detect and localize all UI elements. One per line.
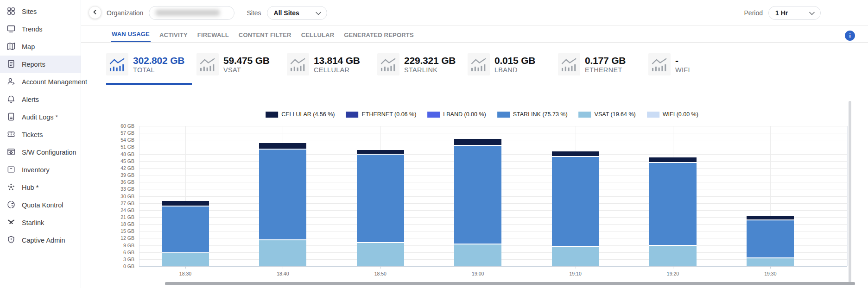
legend-item-vsat[interactable]: VSAT (19.64 %): [579, 111, 636, 118]
bar-segment-starlink-18-50[interactable]: [357, 154, 404, 242]
stat-text: 13.814 GBCELLULAR: [314, 55, 360, 74]
tab-firewall[interactable]: FIREWALL: [196, 26, 230, 42]
chevron-left-icon: [92, 8, 98, 17]
y-axis-label: 54 GB: [112, 137, 134, 143]
legend-swatch: [647, 112, 659, 118]
bar-segment-cellular-19-30[interactable]: [747, 216, 794, 219]
sidebar-item-s-w-configuration[interactable]: S/W Configuration: [0, 144, 81, 161]
x-axis-tick: [283, 266, 283, 269]
stat-card-total[interactable]: 302.802 GBTOTAL: [106, 52, 192, 76]
bar-segment-starlink-18-40[interactable]: [259, 149, 306, 239]
sidebar-item-trends[interactable]: Trends: [0, 20, 81, 38]
period-select[interactable]: 1 Hr: [768, 6, 821, 20]
bar-segment-vsat-18-50[interactable]: [357, 242, 404, 266]
hub-icon: [6, 182, 16, 193]
stat-card-wifi[interactable]: -WIFI: [648, 52, 734, 76]
stat-card-ethernet[interactable]: 0.177 GBETHERNET: [558, 52, 644, 76]
stat-text: 229.321 GBSTARLINK: [404, 55, 456, 74]
y-axis-label: 0 GB: [112, 263, 134, 269]
stat-label: CELLULAR: [314, 66, 360, 74]
x-axis-tick: [185, 266, 186, 269]
sidebar-item-label: Sites: [22, 8, 37, 15]
bar-chart-icon: [648, 53, 671, 75]
bar-segment-vsat-18-40[interactable]: [259, 239, 306, 266]
sidebar-item-alerts[interactable]: Alerts: [0, 91, 81, 108]
y-axis-label: 15 GB: [112, 228, 134, 234]
bar-segment-vsat-18-30[interactable]: [162, 252, 209, 266]
legend-label: CELLULAR (4.56 %): [281, 111, 335, 118]
y-axis-line: [139, 126, 139, 266]
stat-text: 0.015 GBLBAND: [494, 55, 535, 74]
sidebar-item-quota-kontrol[interactable]: Quota Kontrol: [0, 196, 81, 214]
x-axis-tick: [770, 266, 771, 269]
sites-icon: [6, 6, 16, 17]
stat-value: 302.802 GB: [133, 55, 184, 66]
info-icon[interactable]: i: [845, 31, 855, 41]
legend-swatch: [266, 112, 278, 118]
legend-item-ethernet[interactable]: ETHERNET (0.06 %): [346, 111, 416, 118]
bar-segment-starlink-19-10[interactable]: [552, 156, 599, 246]
stat-card-starlink[interactable]: 229.321 GBSTARLINK: [377, 52, 463, 76]
sites-select[interactable]: All Sites: [267, 6, 327, 20]
organization-select[interactable]: [149, 6, 234, 20]
tab-content-filter[interactable]: CONTENT FILTER: [238, 26, 292, 42]
y-axis-label: 21 GB: [112, 214, 134, 220]
shield-icon: [6, 235, 16, 246]
bar-segment-vsat-19-30[interactable]: [747, 257, 794, 266]
bar-segment-starlink-19-30[interactable]: [747, 219, 794, 257]
bar-segment-cellular-18-30[interactable]: [162, 201, 209, 206]
legend-swatch: [427, 112, 440, 118]
legend-swatch: [346, 112, 358, 118]
legend-item-lband[interactable]: LBAND (0.00 %): [427, 111, 486, 118]
legend-item-starlink[interactable]: STARLINK (75.73 %): [497, 111, 568, 118]
bar-segment-cellular-19-20[interactable]: [649, 157, 697, 162]
bar-segment-vsat-19-00[interactable]: [454, 244, 501, 266]
stat-text: 302.802 GBTOTAL: [133, 55, 184, 74]
sidebar-item-sites[interactable]: Sites: [0, 3, 81, 20]
bar-segment-vsat-19-20[interactable]: [649, 245, 697, 266]
vertical-scrollbar[interactable]: [849, 101, 851, 283]
sidebar-item-label: Starlink: [22, 219, 44, 226]
stat-card-lband[interactable]: 0.015 GBLBAND: [468, 52, 553, 76]
bar-segment-cellular-18-50[interactable]: [357, 150, 404, 154]
period-select-value: 1 Hr: [775, 9, 788, 17]
bar-segment-starlink-19-20[interactable]: [649, 162, 697, 245]
x-axis-tick: [380, 266, 381, 269]
sidebar-item-hub[interactable]: Hub *: [0, 179, 81, 196]
sidebar-item-inventory[interactable]: Inventory: [0, 161, 81, 179]
stat-card-cellular[interactable]: 13.814 GBCELLULAR: [287, 52, 373, 76]
sidebar-item-account-management[interactable]: Account Management: [0, 73, 81, 91]
bar-chart-icon: [106, 53, 128, 75]
sidebar-item-captive-admin[interactable]: Captive Admin: [0, 232, 81, 249]
legend-item-cellular[interactable]: CELLULAR (4.56 %): [266, 111, 335, 118]
sidebar-item-tickets[interactable]: Tickets: [0, 126, 81, 144]
bar-segment-starlink-19-00[interactable]: [454, 145, 501, 243]
tab-wan-usage[interactable]: WAN USAGE: [111, 26, 151, 42]
tab-cellular[interactable]: CELLULAR: [300, 26, 336, 42]
bar-segment-cellular-18-40[interactable]: [259, 143, 306, 149]
tab-generated-reports[interactable]: GENERATED REPORTS: [343, 26, 415, 42]
sidebar-item-audit-logs[interactable]: Audit Logs *: [0, 108, 81, 126]
tab-activity[interactable]: ACTIVITY: [158, 26, 189, 42]
sidebar-item-label: Tickets: [22, 131, 43, 138]
x-axis-tick: [673, 266, 673, 269]
x-axis-label: 19:20: [659, 271, 687, 276]
bar-segment-vsat-19-10[interactable]: [552, 246, 599, 266]
bar-segment-cellular-19-10[interactable]: [552, 151, 599, 156]
stat-card-vsat[interactable]: 59.475 GBVSAT: [196, 52, 282, 76]
bar-segment-cellular-19-00[interactable]: [454, 139, 501, 145]
stat-label: LBAND: [494, 66, 535, 74]
stat-value: 229.321 GB: [404, 55, 456, 66]
sidebar-item-starlink[interactable]: Starlink: [0, 214, 81, 232]
chart-legend: CELLULAR (4.56 %)ETHERNET (0.06 %)LBAND …: [266, 111, 698, 118]
sidebar-item-label: Audit Logs *: [22, 113, 58, 121]
legend-item-wifi[interactable]: WIFI (0.00 %): [647, 111, 698, 118]
sidebar-item-map[interactable]: Map: [0, 38, 81, 56]
stat-value: -: [675, 55, 690, 66]
y-axis-label: 9 GB: [112, 243, 134, 248]
bar-segment-starlink-18-30[interactable]: [162, 206, 209, 253]
horizontal-scrollbar[interactable]: [165, 282, 855, 285]
sidebar-item-reports[interactable]: Reports: [0, 56, 81, 73]
gridline: [139, 126, 847, 126]
back-button[interactable]: [89, 6, 101, 19]
